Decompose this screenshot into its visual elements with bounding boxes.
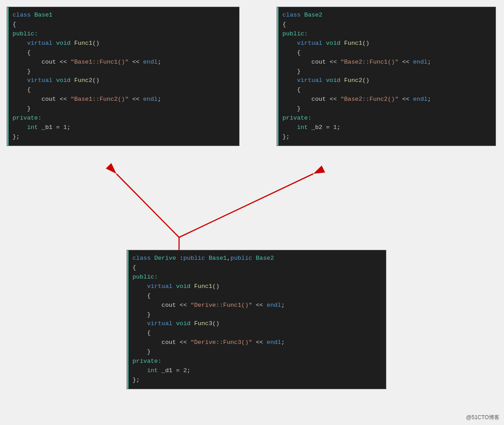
watermark: @51CTO博客	[466, 414, 500, 421]
derive-box: class Derive :public Base1,public Base2 …	[127, 250, 386, 389]
derive-code: class Derive :public Base1,public Base2 …	[132, 254, 380, 385]
base1-code: class Base1 { public: virtual void Func1…	[13, 11, 234, 142]
base2-box: class Base2 { public: virtual void Func1…	[277, 7, 496, 146]
derive-border	[127, 250, 128, 389]
arrow-to-base2	[179, 174, 313, 237]
base2-code: class Base2 { public: virtual void Func1…	[282, 11, 490, 142]
base2-border	[277, 7, 278, 146]
base1-border	[7, 7, 9, 146]
arrow-to-base1	[116, 174, 179, 237]
base1-box: class Base1 { public: virtual void Func1…	[7, 7, 239, 146]
